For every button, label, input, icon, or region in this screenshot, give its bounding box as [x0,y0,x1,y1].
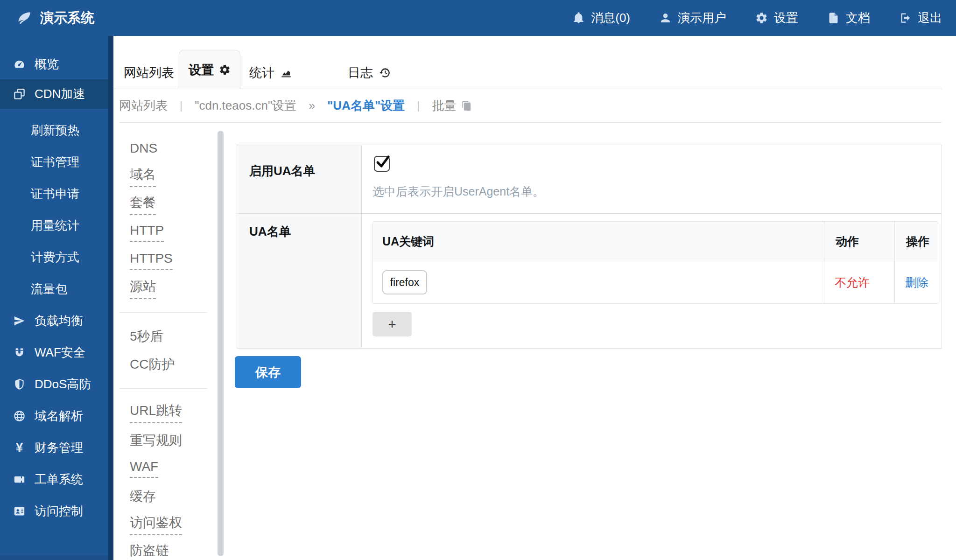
sidebar-main-menu: 负载均衡 WAF安全 DDoS高防 域名解析 ¥ 财务管理 工单系统 [0,305,113,527]
settings-nav-5s-shield[interactable]: 5秒盾 [113,322,224,350]
breadcrumb-separator: | [417,99,420,112]
action-deny-link[interactable]: 不允许 [835,275,870,290]
sidebar-item-tickets[interactable]: 工单系统 [0,463,113,495]
clone-icon [13,88,26,100]
sidebar-edge [108,36,113,560]
breadcrumb-arrow: » [309,99,315,112]
copy-icon [461,100,472,112]
gear-icon [219,64,231,76]
divider [119,312,208,313]
sidebar-item-usage-stats[interactable]: 用量统计 [0,210,113,241]
keyword-input[interactable]: firefox [382,270,427,294]
check-icon [375,154,391,170]
globe-icon [13,410,26,422]
settings-nav-domain[interactable]: 域名 [113,162,224,190]
brand-label: 演示系统 [40,9,94,28]
delete-link[interactable]: 删除 [905,275,928,290]
tab-settings[interactable]: 设置 [179,50,240,89]
tab-logs[interactable]: 日志 [348,64,391,81]
table-header-row: UA关键词 动作 操作 [373,222,938,261]
ua-keyword-table: UA关键词 动作 操作 firefox 不允许 删除 [373,221,938,304]
col-header-keyword: UA关键词 [373,222,824,261]
messages-label: 消息(0) [591,10,630,26]
sidebar-item-label: 概览 [35,56,59,72]
save-button[interactable]: 保存 [235,356,301,388]
brand[interactable]: 演示系统 [16,9,94,28]
ua-list-label: UA名单 [249,224,291,240]
sidebar-item-load-balance[interactable]: 负载均衡 [0,305,113,336]
logout-button[interactable]: 退出 [899,10,942,26]
logout-label: 退出 [918,10,942,26]
settings-nav-cache[interactable]: 缓存 [113,483,224,511]
tab-statistics[interactable]: 统计 [249,64,292,81]
ticket-icon [13,473,26,486]
settings-nav-https[interactable]: HTTPS [113,246,224,274]
sidebar-item-finance[interactable]: ¥ 财务管理 [0,432,113,463]
batch-button[interactable]: 批量 [432,98,472,114]
sidebar-item-label: CDN加速 [35,86,85,102]
user-menu[interactable]: 演示用户 [659,10,726,26]
sidebar-footer [0,556,108,560]
settings-nav-scrollbar[interactable] [218,131,224,556]
gear-icon [755,12,768,24]
yen-icon: ¥ [13,440,26,455]
settings-nav-dns[interactable]: DNS [113,134,224,162]
settings-nav-origin[interactable]: 源站 [113,274,224,302]
enable-ua-checkbox[interactable] [374,156,390,172]
sidebar-item-overview[interactable]: 概览 [0,51,113,77]
ua-settings-form: 启用UA名单 选中后表示开启UserAgent名单。 UA名单 UA关键词 动作… [237,145,942,349]
settings-nav-plan[interactable]: 套餐 [113,190,224,218]
history-icon [379,67,391,79]
sidebar-item-cdn[interactable]: CDN加速 [0,79,113,109]
sidebar-item-cert-apply[interactable]: 证书申请 [0,178,113,210]
settings-nav-http[interactable]: HTTP [113,218,224,246]
breadcrumb-current[interactable]: "UA名单"设置 [327,98,405,114]
sidebar-item-access-control[interactable]: 访问控制 [0,495,113,527]
user-label: 演示用户 [678,10,726,26]
shield-icon [13,378,26,391]
settings-nav-rewrite[interactable]: 重写规则 [113,427,224,455]
settings-nav-auth[interactable]: 访问鉴权 [113,511,224,539]
col-header-operation: 操作 [894,222,938,261]
breadcrumb: 网站列表 | "cdn.teaos.cn"设置 » "UA名单"设置 | 批量 [119,89,942,123]
operation-cell: 删除 [894,261,938,303]
sidebar-cdn-submenu: 刷新预热 证书管理 证书申请 用量统计 计费方式 流量包 [0,114,113,305]
sidebar-item-traffic-pack[interactable]: 流量包 [0,273,113,305]
settings-nav-cc-protect[interactable]: CC防护 [113,350,224,378]
sidebar-item-waf[interactable]: WAF安全 [0,336,113,368]
col-header-action: 动作 [824,222,894,261]
breadcrumb-website-list[interactable]: 网站列表 [119,98,168,114]
sidebar-item-billing[interactable]: 计费方式 [0,241,113,273]
breadcrumb-site-settings[interactable]: "cdn.teaos.cn"设置 [195,98,296,114]
divider [119,388,208,389]
user-icon [659,12,672,24]
file-icon [827,12,840,24]
enable-ua-hint: 选中后表示开启UserAgent名单。 [373,184,544,199]
action-cell: 不允许 [824,261,894,303]
id-card-icon [13,505,26,518]
sidebar-item-dns-resolve[interactable]: 域名解析 [0,400,113,432]
sidebar-item-refresh-prewarm[interactable]: 刷新预热 [0,114,113,146]
settings-button[interactable]: 设置 [755,10,798,26]
add-keyword-button[interactable]: + [373,312,412,336]
sidebar: 概览 CDN加速 刷新预热 证书管理 证书申请 用量统计 计费方式 流量包 负载… [0,36,113,560]
area-chart-icon [280,67,292,79]
gauge-icon [13,58,26,70]
settings-nav-waf[interactable]: WAF [113,455,224,483]
sign-out-icon [899,12,912,24]
tab-website-list[interactable]: 网站列表 [124,64,174,81]
docs-button[interactable]: 文档 [827,10,870,26]
keyword-cell: firefox [373,261,824,303]
settings-nav-hotlink[interactable]: 防盗链 [113,539,224,560]
topbar-menu: 消息(0) 演示用户 设置 文档 退出 [572,10,942,26]
settings-nav-url-redirect[interactable]: URL跳转 [113,399,224,427]
settings-label: 设置 [774,10,798,26]
messages-button[interactable]: 消息(0) [572,10,630,26]
page: 演示系统 消息(0) 演示用户 设置 文档 退出 [0,0,956,560]
tab-bar: 网站列表 设置 统计 日志 [113,36,942,89]
sidebar-item-ddos[interactable]: DDoS高防 [0,368,113,400]
enable-ua-label: 启用UA名单 [249,163,316,179]
breadcrumb-separator: | [180,99,183,112]
bell-icon [572,12,585,24]
sidebar-item-cert-manage[interactable]: 证书管理 [0,146,113,178]
